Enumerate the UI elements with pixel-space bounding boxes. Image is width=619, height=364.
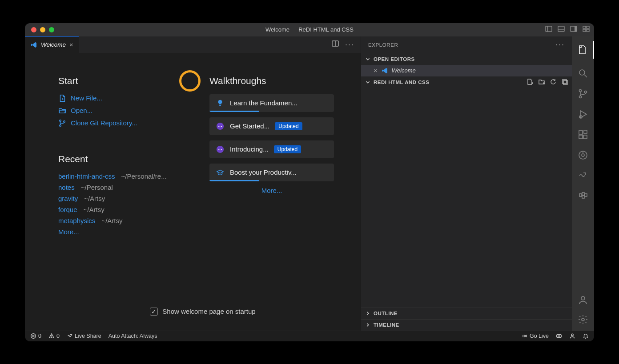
status-warnings[interactable]: 0 xyxy=(48,333,60,339)
recent-item[interactable]: notes~/Personal xyxy=(58,184,183,191)
svg-point-19 xyxy=(218,126,219,127)
customize-layout-icon[interactable] xyxy=(583,25,590,34)
status-live-share[interactable]: Live Share xyxy=(67,333,101,339)
gitlens-activity-icon[interactable] xyxy=(577,149,589,161)
maximize-window-button[interactable] xyxy=(49,27,54,32)
open-editor-item[interactable]: × Welcome xyxy=(361,65,572,76)
status-bar: 0 0 Live Share Auto Attach: Always Go Li… xyxy=(25,331,594,341)
share-activity-icon[interactable] xyxy=(577,170,589,181)
checkbox-checked-icon[interactable]: ✓ xyxy=(150,308,158,316)
updated-badge: Updated xyxy=(275,122,302,130)
svg-point-55 xyxy=(524,335,526,337)
svg-rect-6 xyxy=(583,26,586,28)
recent-item[interactable]: metaphysics~/Artsy xyxy=(58,217,183,224)
recent-item[interactable]: berlin-html-and-css~/Personal/re... xyxy=(58,172,183,180)
svg-rect-7 xyxy=(587,26,589,28)
walkthrough-get-started[interactable]: Get Started... Updated xyxy=(209,117,334,135)
walkthroughs-more-link[interactable]: More... xyxy=(261,187,282,194)
svg-rect-2 xyxy=(558,26,564,32)
vscode-icon xyxy=(30,41,37,48)
svg-point-32 xyxy=(579,89,582,92)
activity-bar xyxy=(572,36,594,331)
new-folder-icon[interactable] xyxy=(538,78,545,86)
refresh-icon[interactable] xyxy=(550,78,557,86)
svg-point-16 xyxy=(64,120,65,122)
tab-welcome[interactable]: Welcome × xyxy=(25,36,79,53)
close-window-button[interactable] xyxy=(31,27,36,32)
close-editor-icon[interactable]: × xyxy=(374,67,378,74)
svg-point-18 xyxy=(217,122,224,129)
walkthrough-productivity[interactable]: Boost your Productiv... xyxy=(209,164,334,181)
recent-more-link[interactable]: More... xyxy=(58,228,183,236)
svg-marker-35 xyxy=(580,111,587,118)
updated-badge: Updated xyxy=(274,145,301,153)
svg-point-20 xyxy=(221,126,222,127)
status-errors[interactable]: 0 xyxy=(30,333,41,339)
settings-activity-icon[interactable] xyxy=(577,314,589,325)
walkthroughs-heading: Walkthroughs xyxy=(209,76,334,86)
svg-rect-38 xyxy=(579,135,583,139)
editor-more-icon[interactable]: ··· xyxy=(345,40,354,49)
svg-point-23 xyxy=(221,149,222,150)
lightbulb-icon xyxy=(216,99,225,108)
svg-rect-9 xyxy=(587,29,589,32)
explorer-more-icon[interactable]: ··· xyxy=(555,40,565,49)
close-tab-icon[interactable]: × xyxy=(69,41,73,48)
status-person-icon[interactable] xyxy=(569,333,575,339)
start-heading: Start xyxy=(58,76,183,86)
open-editors-section[interactable]: OPEN EDITORS xyxy=(361,53,572,65)
run-debug-activity-icon[interactable] xyxy=(577,108,589,120)
window-title: Welcome — ReDI HTML and CSS xyxy=(25,26,594,33)
timeline-section[interactable]: TIMELINE xyxy=(361,319,572,331)
explorer-activity-icon[interactable] xyxy=(577,44,589,56)
folder-open-icon xyxy=(58,107,66,115)
new-file-icon[interactable] xyxy=(527,78,534,86)
clone-repo-link[interactable]: Clone Git Repository... xyxy=(58,119,183,127)
svg-point-59 xyxy=(571,334,573,336)
split-editor-icon[interactable] xyxy=(332,40,339,49)
git-branch-icon xyxy=(58,119,66,127)
svg-point-21 xyxy=(217,145,224,152)
tab-label: Welcome xyxy=(41,41,66,48)
recent-item[interactable]: forque~/Artsy xyxy=(58,206,183,213)
folder-section[interactable]: REDI HTML AND CSS xyxy=(361,76,572,88)
show-on-startup-row[interactable]: ✓ Show welcome page on startup xyxy=(47,308,358,316)
minimize-window-button[interactable] xyxy=(40,27,45,32)
source-control-activity-icon[interactable] xyxy=(577,88,589,100)
extensions-activity-icon[interactable] xyxy=(577,129,589,140)
svg-rect-0 xyxy=(546,26,552,32)
svg-point-15 xyxy=(60,124,61,126)
show-on-startup-label: Show welcome page on startup xyxy=(162,308,255,315)
svg-point-33 xyxy=(579,96,582,98)
terraform-activity-icon[interactable] xyxy=(577,190,589,202)
status-copilot-icon[interactable] xyxy=(556,333,562,339)
svg-point-49 xyxy=(582,318,584,321)
status-auto-attach[interactable]: Auto Attach: Always xyxy=(109,333,157,339)
svg-point-54 xyxy=(51,337,52,337)
file-plus-icon xyxy=(58,94,66,102)
svg-rect-37 xyxy=(579,131,583,134)
github-copilot-icon xyxy=(216,145,225,154)
svg-point-14 xyxy=(60,120,61,121)
vscode-icon xyxy=(381,67,388,74)
collapse-all-icon[interactable] xyxy=(561,78,568,86)
editor-tabs: Welcome × ··· xyxy=(25,36,361,53)
chevron-right-icon xyxy=(365,322,371,328)
status-bell-icon[interactable] xyxy=(583,333,589,339)
svg-rect-5 xyxy=(575,26,577,32)
new-file-link[interactable]: New File... xyxy=(58,94,183,102)
panel-right-icon[interactable] xyxy=(570,25,577,34)
svg-point-22 xyxy=(218,149,219,150)
panel-left-icon[interactable] xyxy=(545,25,552,34)
search-activity-icon[interactable] xyxy=(577,68,589,79)
status-go-live[interactable]: Go Live xyxy=(522,333,549,339)
outline-section[interactable]: OUTLINE xyxy=(361,308,572,319)
walkthrough-fundamentals[interactable]: Learn the Fundamen... xyxy=(209,94,334,112)
account-activity-icon[interactable] xyxy=(577,294,589,306)
open-link[interactable]: Open... xyxy=(58,107,183,115)
svg-point-34 xyxy=(585,91,587,93)
walkthrough-introducing[interactable]: Introducing... Updated xyxy=(209,140,334,158)
recent-item[interactable]: gravity~/Artsy xyxy=(58,195,183,202)
svg-rect-39 xyxy=(583,135,587,139)
panel-bottom-icon[interactable] xyxy=(558,25,565,34)
